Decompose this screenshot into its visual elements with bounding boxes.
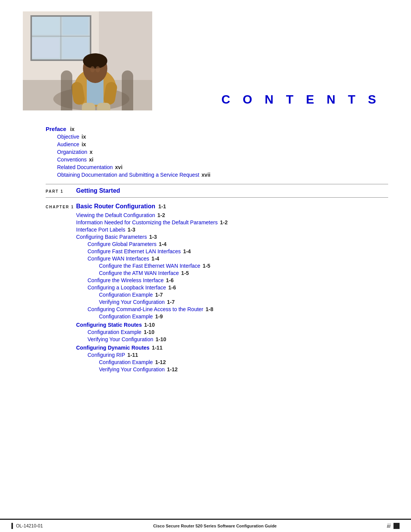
toc-link-13[interactable]: Configuring Command-Line Access to the R…	[88, 306, 203, 312]
toc-link-3[interactable]: Configuring Basic Parameters	[76, 234, 147, 240]
toc-link-conventions[interactable]: Conventions	[57, 157, 87, 163]
toc-page-10: 1-6	[168, 284, 176, 291]
svg-rect-24	[82, 103, 95, 110]
toc-page-15: 1-10	[144, 322, 155, 328]
toc-link-14[interactable]: Configuration Example	[99, 313, 153, 320]
toc-entry-related-doc: Related Documentation xvi	[46, 164, 388, 170]
toc-link-10[interactable]: Configuring a Loopback Interface	[88, 284, 166, 291]
toc-link-2[interactable]: Interface Port Labels	[76, 227, 125, 233]
toc-link-19[interactable]: Configuring RIP	[88, 352, 125, 358]
toc-entry-obtaining-doc: Obtaining Documentation and Submitting a…	[46, 172, 388, 178]
toc-link-5[interactable]: Configure Fast Ethernet LAN Interfaces	[88, 248, 181, 254]
toc-entry-10: Configuring a Loopback Interface 1-6	[76, 284, 388, 291]
toc-entry-5: Configure Fast Ethernet LAN Interfaces 1…	[76, 248, 388, 254]
chapter-1-row: CHAPTER 1 Basic Router Configuration 1-1	[46, 203, 388, 210]
toc-link-obtaining-doc[interactable]: Obtaining Documentation and Submitting a…	[57, 172, 199, 178]
chapter-1-entries: Viewing the Default Configuration 1-2 In…	[46, 212, 388, 372]
toc-page-14: 1-9	[155, 313, 163, 320]
svg-rect-27	[122, 70, 133, 110]
toc-link-7[interactable]: Configure the Fast Ethernet WAN Interfac…	[99, 263, 200, 269]
toc-page-4: 1-4	[159, 241, 166, 247]
toc-entry-20: Configuration Example 1-12	[76, 359, 388, 365]
svg-rect-11	[32, 38, 59, 58]
svg-point-20	[90, 66, 95, 72]
toc-page-9: 1-6	[166, 277, 174, 283]
toc-entry-organization: Organization x	[46, 149, 388, 155]
preface-title-row: Preface ix	[46, 126, 388, 132]
svg-rect-26	[61, 70, 72, 110]
toc-page-objective: ix	[81, 134, 86, 140]
footer-bar-right	[393, 523, 400, 529]
toc-page-2: 1-3	[127, 227, 135, 233]
chapter-1-title: Basic Router Configuration	[76, 203, 155, 210]
toc-link-0[interactable]: Viewing the Default Configuration	[76, 212, 155, 218]
toc-link-related-doc[interactable]: Related Documentation	[57, 164, 113, 170]
toc-entry-17: Verifying Your Configuration 1-10	[76, 336, 388, 342]
toc-link-4[interactable]: Configure Global Parameters	[88, 241, 156, 247]
toc-page-5: 1-4	[183, 248, 191, 254]
toc-page-related-doc: xvi	[115, 164, 122, 170]
footer-bar-left	[11, 523, 13, 529]
toc-link-21[interactable]: Verifying Your Configuration	[99, 366, 165, 372]
toc-entry-9: Configure the Wireless Interface 1-6	[76, 277, 388, 283]
svg-rect-12	[62, 38, 88, 58]
svg-rect-25	[97, 103, 110, 110]
toc-page-17: 1-10	[156, 336, 166, 342]
svg-rect-4	[30, 15, 32, 61]
toc-page-conventions: xi	[89, 157, 94, 163]
chapter-1-page: 1-1	[158, 203, 166, 209]
svg-point-21	[96, 66, 100, 72]
toc-entry-3: Configuring Basic Parameters 1-3	[76, 234, 388, 240]
toc-link-9[interactable]: Configure the Wireless Interface	[88, 277, 164, 283]
toc-entry-18: Configuring Dynamic Routes 1-11	[76, 345, 388, 351]
footer: OL-14210-01 Cisco Secure Router 520 Seri…	[0, 519, 411, 532]
toc-link-15[interactable]: Configuring Static Routes	[76, 322, 142, 328]
chapter-1-label: CHAPTER 1	[46, 205, 76, 209]
toc-entry-21: Verifying Your Configuration 1-12	[76, 366, 388, 372]
main-content: Preface ix Objective ix Audience ix Orga…	[0, 110, 411, 519]
toc-entry-audience: Audience ix	[46, 141, 388, 147]
toc-entry-conventions: Conventions xi	[46, 157, 388, 163]
footer-center: Cisco Secure Router 520 Series Software …	[153, 524, 277, 528]
toc-entry-14: Configuration Example 1-9	[76, 313, 388, 320]
part-1-row: PART 1 Getting Started	[46, 187, 388, 194]
toc-entry-16: Configuration Example 1-10	[76, 329, 388, 335]
toc-link-1[interactable]: Information Needed for Customizing the D…	[76, 219, 218, 225]
toc-link-6[interactable]: Configure WAN Interfaces	[88, 256, 149, 262]
preface-page: ix	[70, 126, 75, 132]
toc-page-1: 1-2	[220, 219, 228, 225]
toc-link-17[interactable]: Verifying Your Configuration	[88, 336, 153, 342]
toc-link-12[interactable]: Verifying Your Configuration	[99, 299, 165, 305]
toc-link-organization[interactable]: Organization	[57, 149, 87, 155]
toc-entry-0: Viewing the Default Configuration 1-2	[76, 212, 388, 218]
toc-entry-6: Configure WAN Interfaces 1-4	[76, 256, 388, 262]
toc-link-11[interactable]: Configuration Example	[99, 292, 153, 298]
toc-page-organization: x	[89, 149, 92, 155]
toc-page-21: 1-12	[167, 366, 178, 372]
toc-entry-2: Interface Port Labels 1-3	[76, 227, 388, 233]
toc-page-19: 1-11	[127, 352, 138, 358]
toc-link-18[interactable]: Configuring Dynamic Routes	[76, 345, 150, 351]
footer-right: iii	[387, 523, 400, 529]
toc-entry-4: Configure Global Parameters 1-4	[76, 241, 388, 247]
footer-doc-id: OL-14210-01	[16, 523, 43, 529]
toc-page-20: 1-12	[155, 359, 166, 365]
part-1-title: Getting Started	[76, 187, 120, 194]
toc-entry-1: Information Needed for Customizing the D…	[76, 219, 388, 225]
svg-rect-9	[32, 17, 59, 35]
toc-link-objective[interactable]: Objective	[57, 134, 79, 140]
toc-link-8[interactable]: Configure the ATM WAN Interface	[99, 270, 179, 276]
toc-link-16[interactable]: Configuration Example	[88, 329, 142, 335]
toc-link-20[interactable]: Configuration Example	[99, 359, 153, 365]
preface-section: Preface ix Objective ix Audience ix Orga…	[46, 126, 388, 178]
svg-rect-10	[62, 17, 88, 35]
toc-link-audience[interactable]: Audience	[57, 141, 79, 147]
preface-title: Preface	[46, 126, 66, 132]
svg-point-19	[83, 53, 107, 69]
divider-1	[46, 184, 388, 184]
toc-page-11: 1-7	[155, 292, 163, 298]
header-area: C O N T E N T S	[0, 0, 411, 110]
toc-page-8: 1-5	[181, 270, 189, 276]
toc-entry-12: Verifying Your Configuration 1-7	[76, 299, 388, 305]
contents-title: C O N T E N T S	[152, 93, 388, 110]
